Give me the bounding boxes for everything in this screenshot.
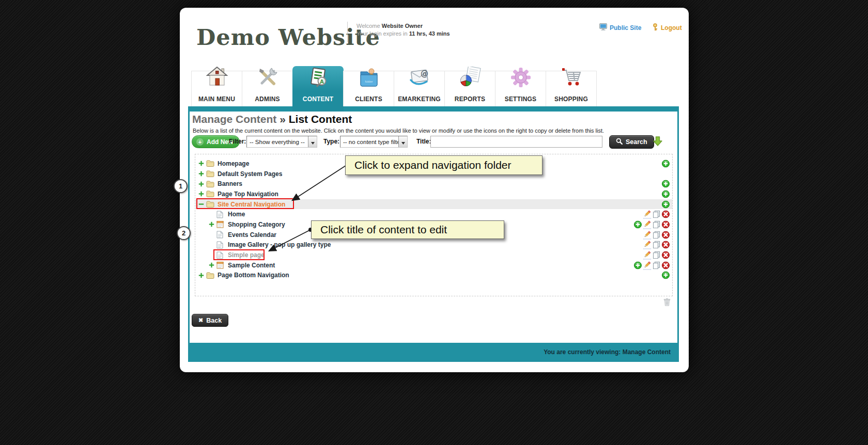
back-button[interactable]: ✖ Back (192, 314, 228, 327)
page-icon (216, 231, 225, 239)
add-action-icon[interactable] (662, 272, 670, 279)
tab-label: ADMINS (242, 96, 292, 103)
copy-action-icon[interactable] (653, 211, 660, 218)
edit-action-icon[interactable] (643, 261, 651, 269)
type-select[interactable]: -- no content type filter -- (340, 136, 408, 148)
tab-admins[interactable]: ADMINS (242, 71, 293, 106)
tab-content[interactable]: ACONTENT (292, 66, 344, 112)
folder-icon (206, 272, 214, 279)
step-circle-2: 2 (177, 226, 191, 240)
copy-action-icon[interactable] (653, 251, 660, 259)
filter-label: Filter: (229, 138, 246, 145)
folder-icon (206, 170, 214, 178)
tree-item-label[interactable]: Image Gallery - pop up gallery type (228, 241, 331, 248)
copy-action-icon[interactable] (653, 220, 660, 228)
expander-plus-icon[interactable] (209, 262, 214, 268)
callout-edit-content: Click title of content to edit (311, 220, 504, 239)
title-input[interactable] (430, 136, 602, 148)
expander-spacer (209, 242, 214, 248)
tree-item-label[interactable]: Shopping Category (228, 221, 285, 228)
tab-main-menu[interactable]: MAIN MENU (191, 71, 242, 106)
delete-action-icon[interactable] (662, 251, 670, 259)
export-down-arrow-icon[interactable] (653, 136, 662, 148)
expander-plus-icon[interactable] (198, 191, 204, 197)
title-label: Title: (416, 138, 431, 145)
tree-row: Simple page (195, 250, 672, 260)
copy-action-icon[interactable] (653, 241, 660, 249)
edit-action-icon[interactable] (643, 251, 651, 260)
delete-action-icon[interactable] (662, 211, 670, 218)
row-actions (634, 220, 670, 229)
delete-action-icon[interactable] (662, 261, 670, 269)
expander-plus-icon[interactable] (198, 273, 204, 278)
delete-action-icon[interactable] (662, 231, 670, 239)
expander-plus-icon[interactable] (209, 221, 214, 227)
copy-action-icon[interactable] (653, 231, 660, 239)
status-text: You are currently viewing: Manage Conten… (544, 343, 671, 362)
add-action-icon[interactable] (662, 160, 670, 167)
tab-reports[interactable]: REPORTS (444, 71, 495, 106)
add-action-icon[interactable] (634, 220, 642, 228)
tree-item-label[interactable]: Banners (218, 180, 242, 187)
chevron-down-icon (401, 137, 405, 147)
session-label: Your login expires in (357, 30, 408, 37)
dropdown-arrow-icon[interactable] (398, 136, 407, 147)
notepad-icon (216, 220, 225, 228)
house-icon (206, 67, 228, 86)
tree-item-label[interactable]: Default System Pages (218, 170, 282, 178)
edit-action-icon[interactable] (643, 241, 651, 249)
add-action-icon[interactable] (634, 261, 642, 269)
trash-can-icon (663, 299, 671, 308)
expander-plus-icon[interactable] (198, 161, 204, 166)
tab-label: CLIENTS (344, 96, 394, 103)
clients-icon: folder (358, 67, 380, 87)
add-action-icon[interactable] (662, 190, 670, 198)
monitor-icon (599, 23, 607, 32)
expander-plus-icon[interactable] (198, 181, 204, 187)
add-action-icon[interactable] (662, 200, 670, 208)
search-button[interactable]: Search (609, 135, 654, 149)
tab-clients[interactable]: folderCLIENTS (343, 71, 394, 106)
edit-action-icon[interactable] (643, 210, 651, 219)
svg-text:A: A (320, 78, 324, 85)
edit-action-icon[interactable] (643, 230, 651, 239)
expander-plus-icon[interactable] (198, 171, 204, 177)
tree-item-label[interactable]: Sample Content (228, 262, 275, 269)
tab-shopping[interactable]: SHOPPING (546, 71, 597, 106)
tree-item-label[interactable]: Home (228, 211, 245, 218)
row-actions (643, 241, 670, 249)
tree-item-label[interactable]: Homepage (218, 160, 249, 167)
tree-item-label[interactable]: Page Top Navigation (218, 190, 278, 198)
page-icon (216, 211, 225, 218)
add-action-icon[interactable] (662, 180, 670, 188)
welcome-line: Welcome Website Owner (357, 22, 450, 30)
close-x-icon: ✖ (198, 317, 203, 323)
tree-item-label[interactable]: Page Bottom Navigation (218, 272, 289, 279)
trash-icon[interactable] (663, 298, 671, 308)
filter-select[interactable]: -- Show everything -- (246, 136, 317, 148)
intro-text: Below is a list of the current content o… (193, 128, 604, 134)
filter-select-value: -- Show everything -- (247, 139, 308, 145)
tab-settings[interactable]: SETTINGS (495, 71, 546, 106)
dropdown-arrow-icon[interactable] (308, 136, 317, 147)
key-icon (652, 23, 658, 33)
tree-item-label[interactable]: Events Calendar (228, 231, 276, 239)
copy-action-icon[interactable] (653, 261, 660, 269)
logout-link[interactable]: Logout (652, 23, 682, 33)
folder-icon (206, 190, 214, 198)
edit-action-icon[interactable] (643, 220, 651, 229)
row-actions (634, 261, 670, 269)
public-site-link[interactable]: Public Site (599, 23, 641, 32)
tab-label: EMARKETING (394, 96, 444, 103)
row-actions (643, 251, 670, 260)
highlight-box-site-central-navigation (196, 198, 294, 209)
type-label: Type: (323, 138, 339, 145)
delete-action-icon[interactable] (662, 220, 670, 228)
delete-action-icon[interactable] (662, 241, 670, 249)
tab-emarketing[interactable]: @EMARKETING (394, 71, 445, 106)
folder-icon (206, 160, 214, 167)
tree-row: Sample Content (195, 260, 672, 271)
tab-label: SHOPPING (546, 96, 596, 103)
back-label: Back (206, 317, 222, 324)
highlight-box-simple-page (213, 249, 265, 260)
